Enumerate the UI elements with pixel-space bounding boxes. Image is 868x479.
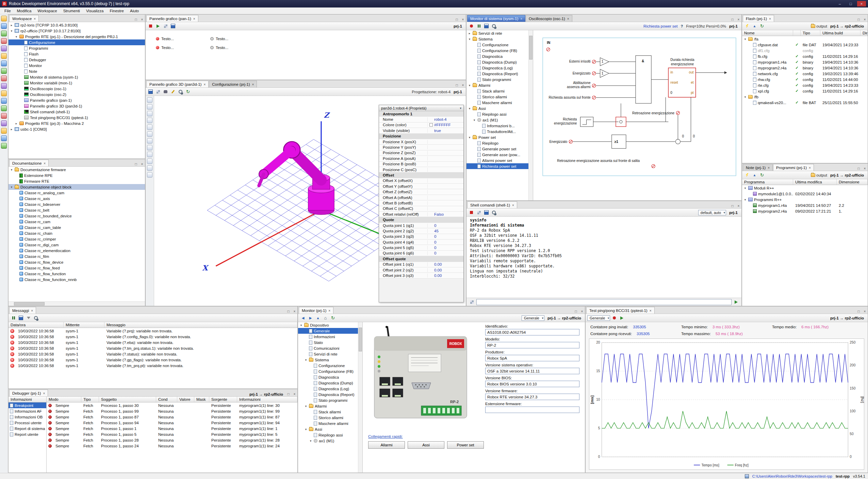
- expander-icon[interactable]: [10, 23, 13, 27]
- expander-icon[interactable]: [304, 358, 308, 362]
- tab-close-icon[interactable]: [809, 166, 811, 170]
- tree-item[interactable]: Generale asse (pow...: [466, 152, 533, 158]
- search-icon[interactable]: [491, 23, 497, 29]
- tree-item[interactable]: Sistema: [466, 36, 533, 42]
- property-value[interactable]: [403, 134, 463, 138]
- save-icon[interactable]: [18, 315, 24, 321]
- horizontal-scrollbar[interactable]: [9, 301, 145, 306]
- view-link[interactable]: Richiesta power set: [643, 24, 677, 28]
- property-row[interactable]: Posizione A (posA): [379, 156, 463, 161]
- tree-item[interactable]: Classe rc_cam_table: [9, 225, 145, 230]
- property-row[interactable]: Offset: [379, 172, 463, 178]
- view-tool-icon[interactable]: [147, 111, 152, 116]
- tool-icon[interactable]: [1, 16, 7, 21]
- shell-input[interactable]: [476, 299, 732, 305]
- col-tipo[interactable]: Tipo: [81, 397, 99, 402]
- property-value[interactable]: 0: [428, 224, 463, 228]
- vertical-scrollbar[interactable]: [358, 322, 362, 473]
- message-row[interactable]: 10/03/2022 10:36:58 sysm-1 Variabile (?.…: [9, 334, 297, 340]
- property-row[interactable]: Antropomorfo 1: [379, 111, 463, 117]
- tree-item[interactable]: ax1 (M1): [298, 438, 362, 444]
- property-row[interactable]: Offset A (offsetA): [379, 195, 463, 200]
- tab-configurazione[interactable]: Configurazione (prj-1): [209, 81, 257, 87]
- tree-item[interactable]: Stack allarmi: [298, 409, 362, 415]
- float-icon[interactable]: [286, 392, 291, 396]
- expander-icon[interactable]: [15, 35, 18, 38]
- col-sorgente[interactable]: Sorgente: [209, 397, 237, 402]
- tree-item[interactable]: Diagnostica (Report): [298, 392, 362, 397]
- minimize-button[interactable]: –: [835, 1, 844, 6]
- view-tool-icon[interactable]: [147, 104, 152, 110]
- property-value[interactable]: Falso: [428, 212, 463, 216]
- tree-item[interactable]: Oscilloscopio (osc-1): [9, 86, 145, 92]
- col-ultima-build[interactable]: Ultima build: [820, 30, 861, 36]
- flash-row[interactable]: rte.cfg config 19/04/2021 14:23:33: [742, 82, 868, 88]
- tree-item[interactable]: Diagnostica (Log): [466, 65, 533, 71]
- panel-close-icon[interactable]: [736, 203, 741, 208]
- tool-icon[interactable]: [1, 68, 7, 74]
- col-nome[interactable]: Nome: [742, 30, 793, 36]
- panel-close-icon[interactable]: [862, 309, 867, 314]
- sidebar-item[interactable]: Report utente: [9, 431, 46, 437]
- col-tipo[interactable]: Tipo: [801, 30, 820, 36]
- property-value[interactable]: true: [428, 129, 463, 133]
- tree-item[interactable]: Classe rc_belt: [9, 207, 145, 213]
- float-icon[interactable]: [133, 17, 138, 22]
- breakpoint-row[interactable]: Sempre Fetch Processo 1, passo 28 Nessun…: [47, 437, 297, 443]
- refresh-icon[interactable]: [330, 315, 336, 321]
- breakpoint-row[interactable]: Sempre Fetch Processo 1, passo 24 Nessun…: [47, 443, 297, 449]
- expander-icon[interactable]: [10, 128, 13, 131]
- property-value[interactable]: [395, 218, 463, 221]
- tree-item[interactable]: Diagnostica (Log): [298, 386, 362, 392]
- property-row[interactable]: Offset relativi (relOff) Falso: [379, 212, 463, 217]
- shell-mode-select[interactable]: default, auto: [698, 210, 726, 215]
- tree-item[interactable]: Maschere allarmi: [466, 100, 533, 105]
- properties-title[interactable]: pan3d-1:robot-4 (Proprietà): [379, 105, 463, 111]
- float-icon[interactable]: [454, 17, 459, 22]
- property-row[interactable]: Nome robot-4: [379, 117, 463, 122]
- message-row[interactable]: 10/03/2022 10:36:58 sysm-1 Variabile (?.…: [9, 351, 297, 357]
- tree-item[interactable]: Classe rc_flow_function_nnnb: [9, 277, 145, 282]
- flash-row[interactable]: fb.cfg config 11/02/2021 14:29:16: [742, 53, 868, 59]
- field-value[interactable]: Robox RTE versione 34.27.3: [485, 394, 579, 400]
- tab-documentazione[interactable]: Documentazione: [9, 160, 49, 166]
- sidebar-item[interactable]: Informazioni OB: [9, 414, 46, 420]
- flash-row[interactable]: cfgsave.dat file DAT 19/04/2021 14:23:33: [742, 42, 868, 48]
- tab-close-icon[interactable]: [193, 17, 195, 21]
- flash-row[interactable]: /fa: [742, 36, 868, 42]
- panel-close-icon[interactable]: [292, 309, 297, 314]
- property-value[interactable]: [395, 174, 463, 177]
- robot-model[interactable]: [259, 142, 334, 215]
- panel-close-icon[interactable]: [460, 83, 465, 87]
- col-cond[interactable]: Cond: [156, 397, 177, 402]
- property-row[interactable]: Quota joint 4 (qj4) 0: [379, 240, 463, 245]
- quick-link-button[interactable]: Power set: [447, 441, 484, 449]
- property-value[interactable]: [428, 151, 463, 154]
- save-icon[interactable]: [483, 23, 490, 29]
- stop-icon[interactable]: [468, 209, 475, 216]
- float-icon[interactable]: [730, 17, 735, 22]
- tree-item[interactable]: Assi: [466, 105, 533, 111]
- program-row[interactable]: myprogram2.r4a 09/02/2022 17:21:21 1.: [742, 208, 868, 214]
- property-row[interactable]: Posizione X (posX): [379, 139, 463, 145]
- tree-item[interactable]: Progetto RTE (prj-1) - Descrizione del p…: [9, 34, 145, 39]
- property-row[interactable]: Quota joint 5 (qj5) 0: [379, 245, 463, 250]
- tree-item[interactable]: Pannello grafico (pan-1): [9, 97, 145, 103]
- property-row[interactable]: Quota joint 2 (qj2) 45: [379, 228, 463, 234]
- expander-icon[interactable]: [309, 439, 312, 443]
- col-soggetto[interactable]: Soggetto: [99, 397, 156, 402]
- breakpoint-row[interactable]: Sempre Fetch Processo 1, passo 87 Nessun…: [47, 414, 297, 420]
- tree-item[interactable]: Diagnostica (Dump): [298, 380, 362, 386]
- program-row[interactable]: mymodule1@1.0.0... 02/02/2022 14:40:34: [742, 191, 868, 197]
- expander-icon[interactable]: [468, 37, 471, 41]
- tree-item[interactable]: Sistema: [298, 357, 362, 363]
- upload-icon[interactable]: [751, 172, 758, 178]
- tree-item[interactable]: Classe rc_axis: [9, 196, 145, 201]
- tree-item[interactable]: Riepilogo assi: [298, 432, 362, 438]
- tab-messaggi[interactable]: Messaggi: [9, 307, 36, 314]
- tool-icon[interactable]: [1, 120, 7, 126]
- tree-item[interactable]: Test ping/pong BCC/31 (pptest-1): [9, 115, 145, 120]
- program-row[interactable]: Programmi R++: [742, 197, 868, 202]
- property-value[interactable]: [428, 162, 463, 166]
- tab-flash[interactable]: Flash (prj-1): [743, 15, 774, 22]
